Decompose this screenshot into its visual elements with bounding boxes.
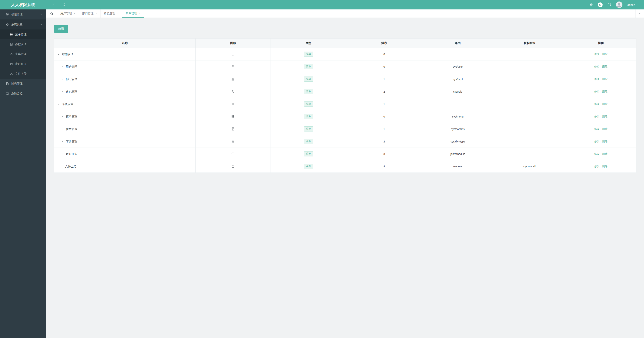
edit-link[interactable]: 修改 [594,115,600,118]
collapse-sidebar-button[interactable] [52,3,56,6]
delete-link[interactable]: 删除 [602,102,608,105]
expand-toggle[interactable] [61,78,64,80]
avatar[interactable] [616,1,622,8]
delete-link[interactable]: 删除 [602,115,608,118]
menu-name: 角色管理 [66,90,77,93]
edit-link[interactable]: 修改 [594,65,600,68]
sidebar-item-permission-management[interactable]: 权限管理 [0,9,46,19]
expand-toggle[interactable] [61,66,64,68]
edit-link[interactable]: 修改 [594,77,600,80]
edit-link[interactable]: 修改 [594,140,600,143]
table-row: 部门管理 菜单 1 sys/dept 修改删除 [54,73,636,85]
refresh-button[interactable] [62,3,66,6]
expand-toggle[interactable] [61,140,64,143]
edit-link[interactable]: 修改 [594,165,600,168]
fullscreen-button[interactable] [608,3,611,6]
close-icon[interactable] [74,12,76,14]
tab-label: 角色管理 [104,12,115,15]
column-header-icon: 图标 [196,38,270,48]
language-button[interactable] [589,3,593,6]
sort-value: 4 [346,160,422,173]
delete-link[interactable]: 删除 [602,90,608,93]
chevron-right-icon [61,115,64,118]
table-row: 系统设置 菜单 1 修改删除 [54,98,636,110]
expand-toggle[interactable] [61,115,64,118]
tab-dept-management[interactable]: 部门管理 [79,9,101,17]
route-value [422,48,494,60]
clock-icon [231,152,235,156]
close-icon[interactable] [95,12,97,14]
sidebar-item-system-monitor[interactable]: 系统监控 [0,89,46,99]
edit-link[interactable]: 修改 [594,127,600,130]
delete-link[interactable]: 删除 [602,165,608,168]
shield-icon [6,13,9,16]
menu-table: 名称 图标 类型 排序 路由 授权标识 操作 [54,38,636,173]
sidebar-item-menu-management[interactable]: 菜单管理 [0,29,46,39]
expand-toggle[interactable] [61,153,64,155]
route-value: sys/dict-type [422,135,494,148]
tab-menu-management[interactable]: 菜单管理 [122,9,144,17]
collapse-toggle[interactable] [57,103,60,105]
route-value: job/schedule [422,148,494,160]
edit-link[interactable]: 修改 [594,152,600,155]
chevron-up-icon [40,23,42,26]
sort-value: 0 [346,48,422,60]
tab-label: 用户管理 [60,12,72,15]
type-tag: 菜单 [304,77,313,81]
tab-home[interactable] [46,9,57,17]
menu-name: 字典管理 [66,140,77,143]
expand-toggle[interactable] [61,128,64,130]
delete-link[interactable]: 删除 [602,140,608,143]
app-root: 人人权限系统 G admin [0,0,644,338]
home-icon [50,12,53,15]
tab-options-button[interactable] [635,9,644,17]
chevron-down-icon [57,53,60,55]
tab-label: 菜单管理 [126,12,137,15]
chevron-right-icon [61,140,64,143]
sidebar-item-params-management[interactable]: 参数管理 [0,39,46,49]
perm-value [494,73,565,85]
menu-name: 定时任务 [66,152,77,155]
upload-icon [231,165,235,168]
sidebar-item-label: 文件上传 [15,72,26,76]
delete-link[interactable]: 删除 [602,152,608,155]
delete-link[interactable]: 删除 [602,52,608,56]
column-header-type: 类型 [271,38,346,48]
content-panel: 新增 名称 图标 类型 排序 路由 授权标识 [46,18,644,338]
tab-role-management[interactable]: 角色管理 [101,9,122,17]
edit-link[interactable]: 修改 [594,52,600,56]
document-icon [231,127,235,131]
delete-link[interactable]: 删除 [602,127,608,130]
expand-toggle[interactable] [61,91,64,93]
delete-link[interactable]: 删除 [602,77,608,80]
edit-link[interactable]: 修改 [594,90,600,93]
sidebar-item-label: 定时任务 [15,62,26,66]
sidebar-item-dict-management[interactable]: 字典管理 [0,49,46,59]
sort-value: 1 [346,98,422,110]
sidebar-item-system-settings[interactable]: 系统设置 [0,19,46,29]
sidebar-item-file-upload[interactable]: 文件上传 [0,69,46,79]
delete-link[interactable]: 删除 [602,65,608,68]
menu-name: 用户管理 [66,65,77,68]
type-tag: 菜单 [304,89,313,94]
route-value: sys/role [422,85,494,98]
add-button[interactable]: 新增 [54,25,68,33]
collapse-toggle[interactable] [57,53,60,55]
edit-link[interactable]: 修改 [594,102,600,105]
github-button[interactable]: G [598,2,602,7]
close-icon[interactable] [117,12,119,14]
perm-value: sys:oss:all [494,160,565,173]
tab-user-management[interactable]: 用户管理 [57,9,79,17]
sidebar-item-scheduled-tasks[interactable]: 定时任务 [0,59,46,69]
clock-icon [10,62,13,66]
menu-fold-icon [52,3,56,6]
dict-tree-icon [231,140,235,143]
refresh-icon [62,3,66,6]
chevron-right-icon [61,91,64,93]
close-icon[interactable] [139,12,141,14]
chevron-right-icon [61,66,64,68]
user-menu[interactable]: admin [627,3,639,6]
sidebar-item-label: 日志管理 [11,82,22,85]
menu-name: 参数管理 [66,127,77,130]
sidebar-item-log-management[interactable]: 日志管理 [0,79,46,89]
